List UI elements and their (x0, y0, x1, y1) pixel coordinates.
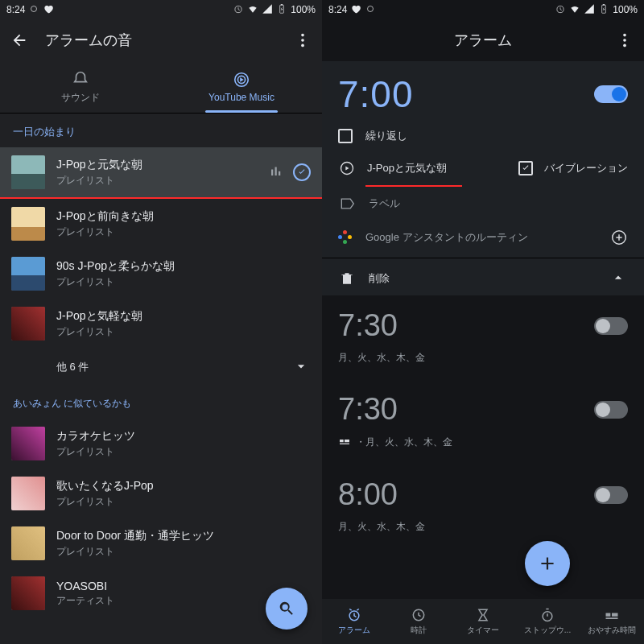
assistant-icon (338, 230, 353, 245)
playlist-thumb (11, 576, 45, 610)
search-fab[interactable] (266, 588, 308, 630)
label-icon (338, 195, 356, 213)
vibration-checkbox[interactable] (518, 161, 533, 175)
tab-sound[interactable]: サウンド (0, 61, 161, 113)
playlist-item[interactable]: カラオケヒッツ プレイリスト (0, 419, 322, 469)
chevron-down-icon (293, 358, 311, 376)
tab-youtube-music[interactable]: YouTube Music (161, 61, 322, 113)
selected-check-icon (293, 163, 311, 181)
svg-point-16 (623, 34, 626, 37)
vibration-row[interactable]: バイブレーション (518, 161, 628, 175)
sound-icon (338, 159, 356, 177)
alarm-time: 7:30 (338, 308, 594, 343)
alarm-toggle[interactable] (594, 486, 628, 504)
alarm-screen: 8:24 100% アラーム 7:00 繰り返し (322, 0, 644, 644)
status-bar: 8:24 100% (322, 0, 644, 19)
alarm-toggle[interactable] (594, 317, 628, 335)
plus-icon (537, 553, 558, 574)
playlist-item[interactable]: 90s J-Popと柔らかな朝 プレイリスト (0, 249, 322, 299)
playlist-title: Door to Door 通勤・通学ヒッツ (56, 529, 311, 543)
svg-point-17 (623, 39, 626, 42)
alarm-status-icon (555, 3, 566, 17)
battery-percent: 100% (291, 4, 316, 15)
playlist-item[interactable]: J-Popと元気な朝 プレイリスト (0, 147, 322, 197)
playlist-thumb (11, 307, 45, 341)
wifi-icon (247, 3, 258, 17)
alarm-time: 8:00 (338, 477, 594, 512)
sound-vibration-row: J-Popと元気な朝 バイブレーション (322, 151, 644, 185)
alarm-days: 月、火、水、木、金 (338, 520, 628, 534)
search-icon (278, 600, 295, 617)
repeat-checkbox[interactable] (338, 129, 353, 143)
label-row[interactable]: ラベル (322, 187, 644, 221)
playlist-title: J-Popと気軽な朝 (56, 309, 311, 324)
nav-bedtime[interactable]: おやすみ時間 (580, 599, 644, 644)
svg-rect-15 (603, 4, 605, 5)
playlist-thumb (11, 427, 45, 460)
routine-label: Google アシスタントのルーティン (365, 230, 597, 245)
back-button[interactable] (10, 31, 29, 50)
playlist-item[interactable]: Door to Door 通勤・通学ヒッツ プレイリスト (0, 518, 322, 568)
nav-clock[interactable]: 時計 (386, 599, 451, 644)
playlist-sub: プレイリスト (56, 225, 311, 239)
more-button[interactable] (615, 31, 634, 50)
equalizer-icon (269, 163, 283, 181)
svg-rect-3 (281, 4, 283, 5)
appbar-title: アラームの音 (45, 31, 293, 50)
playlist-thumb (11, 207, 45, 241)
playlist-title: 歌いたくなるJ-Pop (56, 479, 311, 493)
playlist-item[interactable]: J-Popと気軽な朝 プレイリスト (0, 299, 322, 349)
playlist-sub: プレイリスト (56, 495, 311, 509)
svg-rect-11 (279, 171, 280, 175)
more-button[interactable] (293, 31, 312, 50)
status-time: 8:24 (328, 4, 347, 15)
playlist-title: 90s J-Popと柔らかな朝 (56, 259, 311, 274)
alarm-item[interactable]: 7:30 月、火、水、木、金 (322, 295, 644, 379)
appbar-title: アラーム (351, 31, 615, 50)
signal-icon (262, 3, 273, 17)
nav-stopwatch[interactable]: ストップウ... (515, 599, 580, 644)
playlist-item[interactable]: J-Popと前向きな朝 プレイリスト (0, 199, 322, 249)
playlist-thumb (11, 526, 45, 560)
playlist-sub: プレイリスト (56, 325, 311, 339)
svg-point-12 (368, 6, 374, 11)
repeat-row[interactable]: 繰り返し (322, 121, 644, 151)
svg-point-6 (301, 44, 304, 47)
tabs: サウンド YouTube Music (0, 61, 322, 113)
bed-icon (338, 435, 351, 450)
label-text: ラベル (369, 196, 628, 211)
delete-row[interactable]: 削除 (322, 262, 644, 295)
appbar: アラームの音 (0, 19, 322, 61)
playlist-title: J-Popと前向きな朝 (56, 209, 311, 224)
more-label: 他 6 件 (56, 360, 89, 374)
alarm-item[interactable]: 7:30 ・月、火、水、木、金 (322, 379, 644, 464)
status-bar: 8:24 100% (0, 0, 322, 19)
wifi-icon (569, 3, 580, 17)
more-items-row[interactable]: 他 6 件 (0, 349, 322, 386)
circle-icon (365, 3, 376, 17)
chevron-up-icon[interactable] (610, 270, 628, 287)
playlist-sub: プレイリスト (56, 545, 311, 559)
playlist-sub: プレイリスト (56, 174, 258, 188)
alarm-status-icon (233, 3, 244, 17)
routine-row[interactable]: Google アシスタントのルーティン (322, 221, 644, 254)
alarm-toggle[interactable] (594, 401, 628, 419)
alarm-time[interactable]: 7:00 (338, 72, 414, 116)
nav-alarm[interactable]: アラーム (322, 599, 386, 644)
alarm-item[interactable]: 8:00 月、火、水、木、金 (322, 464, 644, 548)
playlist-thumb (11, 477, 45, 510)
alarm-expanded-card: 7:00 繰り返し J-Popと元気な朝 バイブレーション ラベル Go (322, 61, 644, 295)
heart-icon (350, 3, 361, 17)
add-alarm-fab[interactable] (525, 541, 570, 586)
nav-timer[interactable]: タイマー (451, 599, 515, 644)
playlist-sub: プレイリスト (56, 275, 311, 289)
playlist-item[interactable]: 歌いたくなるJ-Pop プレイリスト (0, 469, 322, 518)
sound-row[interactable]: J-Popと元気な朝 (338, 159, 506, 177)
playlist-title: YOASOBI (56, 580, 311, 592)
svg-rect-9 (271, 170, 273, 176)
alarm-toggle[interactable] (594, 85, 628, 103)
add-routine-icon[interactable] (610, 229, 628, 246)
sound-label: J-Popと元気な朝 (367, 161, 506, 175)
circle-icon (28, 3, 39, 17)
delete-label: 削除 (369, 271, 597, 286)
